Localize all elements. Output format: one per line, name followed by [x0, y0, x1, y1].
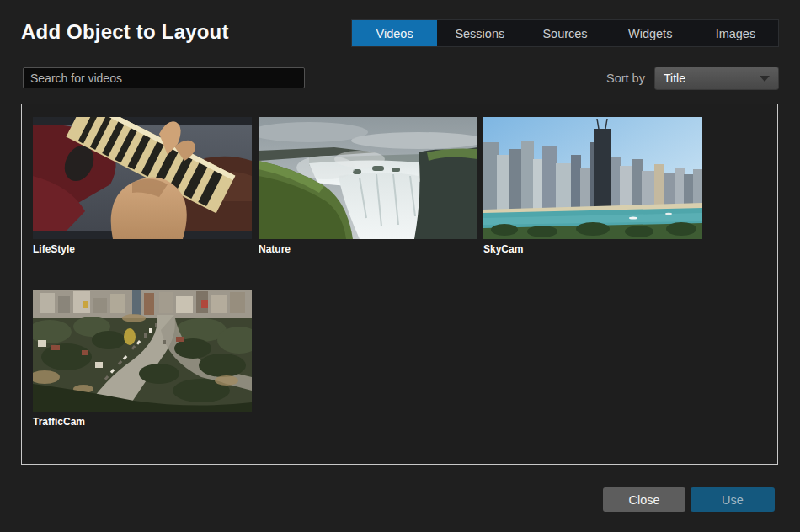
guitar-closeup-image — [33, 117, 252, 239]
aerial-highway-image — [33, 290, 252, 412]
search-input[interactable] — [23, 67, 305, 88]
sort-select[interactable]: Title — [654, 66, 779, 90]
video-item-lifestyle[interactable]: LifeStyle — [33, 117, 252, 255]
close-button[interactable]: Close — [603, 487, 685, 512]
sort-by-label: Sort by — [606, 72, 645, 85]
waterfall-image — [259, 117, 477, 239]
video-item-skycam[interactable]: SkyCam — [483, 117, 702, 255]
video-title: Nature — [259, 243, 477, 255]
video-thumbnail-trafficcam[interactable] — [33, 290, 252, 412]
tab-sources[interactable]: Sources — [522, 20, 607, 46]
tab-widgets[interactable]: Widgets — [608, 20, 693, 46]
video-title: LifeStyle — [33, 243, 252, 255]
sort-select-value: Title — [655, 72, 760, 85]
caret-down-icon — [760, 76, 770, 82]
tab-images[interactable]: Images — [693, 20, 778, 46]
page-title: Add Object to Layout — [21, 20, 229, 44]
video-thumbnail-nature[interactable] — [259, 117, 477, 239]
video-grid-panel: LifeStyle — [21, 104, 778, 465]
video-title: SkyCam — [483, 243, 702, 255]
video-title: TrafficCam — [33, 416, 252, 428]
tab-videos[interactable]: Videos — [352, 20, 437, 46]
video-item-nature[interactable]: Nature — [259, 117, 477, 255]
tab-sessions[interactable]: Sessions — [437, 20, 522, 46]
video-thumbnail-skycam[interactable] — [483, 117, 702, 239]
video-item-trafficcam[interactable]: TrafficCam — [33, 290, 252, 428]
video-thumbnail-lifestyle[interactable] — [33, 117, 252, 239]
tab-bar: Videos Sessions Sources Widgets Images — [351, 19, 779, 47]
city-skyline-image — [483, 117, 702, 239]
use-button[interactable]: Use — [691, 487, 775, 512]
